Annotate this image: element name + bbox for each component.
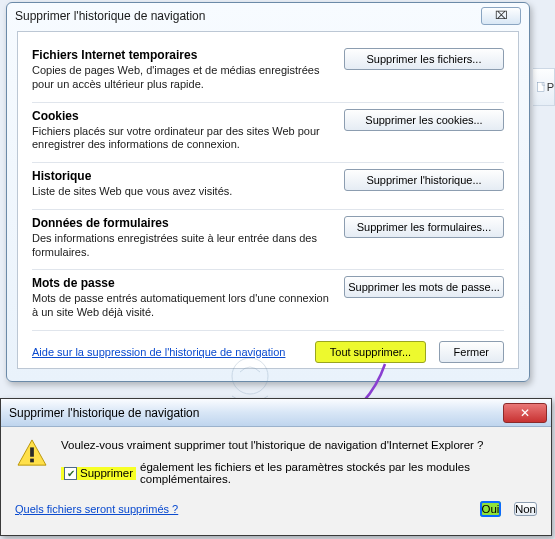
section-history: Historique Liste de sites Web que vous a… (32, 163, 504, 210)
side-label: P (547, 81, 554, 93)
delete-history-button[interactable]: Supprimer l'historique... (344, 169, 504, 191)
dialog2-close-button[interactable]: ✕ (503, 403, 547, 423)
dialog1-title: Supprimer l'historique de navigation (15, 9, 205, 23)
section-desc: Liste de sites Web que vous avez visités… (32, 185, 332, 199)
addons-checkbox-span[interactable]: ✔ Supprimer (61, 467, 136, 480)
dialog1-actions: Tout supprimer... Fermer (307, 341, 504, 363)
section-forms: Données de formulaires Des informations … (32, 210, 504, 271)
dialog2-bottom-row: Quels fichiers seront supprimés ? Oui No… (1, 493, 551, 529)
delete-forms-button[interactable]: Supprimer les formulaires... (344, 216, 504, 238)
svg-point-1 (232, 358, 268, 394)
svg-rect-4 (30, 459, 34, 463)
dialog1-close-button[interactable]: ⌧ (481, 7, 521, 25)
dialog2-title: Supprimer l'historique de navigation (9, 406, 199, 420)
addons-checkbox-label: Supprimer (80, 467, 133, 479)
section-temp-files: Fichiers Internet temporaires Copies de … (32, 42, 504, 103)
which-files-link[interactable]: Quels fichiers seront supprimés ? (15, 503, 178, 515)
delete-all-button[interactable]: Tout supprimer... (315, 341, 426, 363)
addons-row: ✔ Supprimer également les fichiers et le… (61, 461, 537, 485)
confirm-question: Voulez-vous vraiment supprimer tout l'hi… (61, 439, 537, 451)
warning-icon (17, 439, 47, 467)
addons-tail-text: également les fichiers et les paramètres… (140, 461, 537, 485)
delete-files-button[interactable]: Supprimer les fichiers... (344, 48, 504, 70)
dialog2-titlebar[interactable]: Supprimer l'historique de navigation ✕ (1, 399, 551, 427)
delete-cookies-button[interactable]: Supprimer les cookies... (344, 109, 504, 131)
delete-passwords-button[interactable]: Supprimer les mots de passe... (344, 276, 504, 298)
page-icon (536, 80, 547, 94)
section-desc: Copies de pages Web, d'images et de médi… (32, 64, 332, 92)
svg-rect-3 (30, 447, 34, 456)
section-desc: Des informations enregistrées suite à le… (32, 232, 332, 260)
confirm-delete-dialog: Supprimer l'historique de navigation ✕ V… (0, 398, 552, 536)
dialog2-body: Voulez-vous vraiment supprimer tout l'hi… (1, 427, 551, 493)
delete-history-dialog: Supprimer l'historique de navigation ⌧ F… (6, 2, 530, 382)
dialog1-panel: Fichiers Internet temporaires Copies de … (17, 31, 519, 369)
addons-checkbox[interactable]: ✔ (64, 467, 77, 480)
yes-button[interactable]: Oui (480, 501, 502, 517)
no-button[interactable]: Non (514, 502, 537, 516)
side-toolbar-fragment[interactable]: P (533, 68, 555, 106)
dialog1-titlebar[interactable]: Supprimer l'historique de navigation ⌧ (7, 3, 529, 29)
section-desc: Mots de passe entrés automatiquement lor… (32, 292, 332, 320)
dialog2-actions: Oui Non (472, 499, 537, 519)
section-cookies: Cookies Fichiers placés sur votre ordina… (32, 103, 504, 164)
section-passwords: Mots de passe Mots de passe entrés autom… (32, 270, 504, 331)
close-button[interactable]: Fermer (439, 341, 504, 363)
svg-rect-0 (538, 83, 544, 92)
section-desc: Fichiers placés sur votre ordinateur par… (32, 125, 332, 153)
